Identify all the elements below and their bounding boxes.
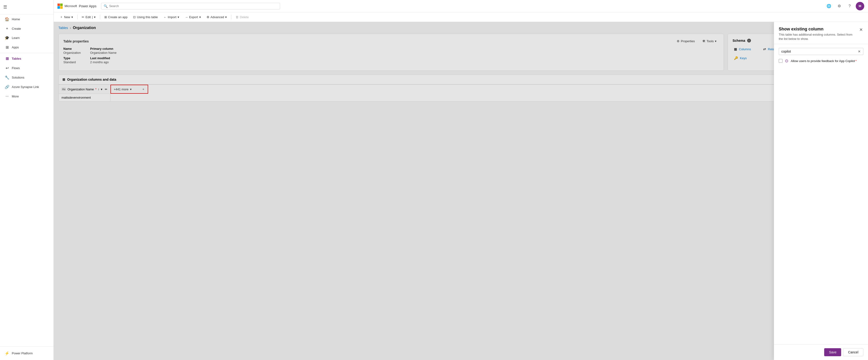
home-icon: 🏠 — [5, 17, 9, 22]
sidebar-item-flows-label: Flows — [12, 66, 20, 70]
panel-subtitle: This table has additional existing colum… — [779, 32, 857, 41]
panel-cancel-button[interactable]: Cancel — [843, 348, 863, 356]
using-this-table-icon: ⊡ — [133, 15, 136, 19]
export-icon: → — [185, 15, 188, 19]
sidebar-item-apps-label: Apps — [12, 46, 19, 49]
panel-checkbox-row: ⊙ Allow users to provide feedback for Ap… — [779, 58, 863, 63]
topbar-avatar[interactable]: M — [856, 2, 864, 10]
sidebar-item-learn[interactable]: 🎓 Learn — [1, 33, 53, 43]
sidebar-item-create-label: Create — [12, 27, 21, 30]
delete-button[interactable]: 🗑 Delete — [233, 14, 251, 20]
sidebar-item-flows[interactable]: ↩ Flows — [1, 63, 53, 73]
panel-close-button[interactable]: ✕ — [859, 27, 863, 33]
import-button[interactable]: ← Import ▾ — [161, 14, 182, 20]
topbar-ms-label: Microsoft — [65, 4, 77, 8]
new-icon: ＋ — [60, 15, 63, 19]
new-button[interactable]: ＋ New ▾ — [58, 14, 75, 20]
allow-feedback-checkbox[interactable] — [779, 59, 782, 63]
menu-icon[interactable]: ☰ — [0, 2, 10, 12]
content-area: Tables › Organization Table properties ⚙… — [54, 22, 868, 360]
import-dropdown-icon: ▾ — [178, 15, 179, 19]
apps-icon: ⊞ — [5, 45, 9, 50]
panel-search-clear-icon[interactable]: ✕ — [858, 50, 861, 53]
using-this-table-button[interactable]: ⊡ Using this table — [131, 14, 160, 20]
create-app-icon: ⊞ — [104, 15, 107, 19]
power-platform-icon: ⚡ — [5, 351, 9, 356]
panel-save-button[interactable]: Save — [824, 348, 841, 356]
panel-overlay[interactable] — [54, 22, 868, 360]
sidebar-item-tables-label: Tables — [12, 57, 21, 60]
required-star: * — [855, 59, 857, 63]
search-icon: 🔍 — [104, 4, 107, 8]
svg-rect-2 — [58, 6, 60, 8]
import-icon: ← — [163, 15, 166, 19]
sidebar-item-power-platform-label: Power Platform — [12, 352, 33, 355]
sidebar-item-home[interactable]: 🏠 Home — [1, 15, 53, 24]
sidebar-item-azure-synapse[interactable]: 🔗 Azure Synapse Link — [1, 82, 53, 91]
panel-search-box[interactable]: ✕ — [779, 48, 863, 55]
main-area: Microsoft Power Apps 🔍 🌐 ⚙ ? M ＋ New ▾ ✏… — [54, 0, 868, 360]
topbar: Microsoft Power Apps 🔍 🌐 ⚙ ? M — [54, 0, 868, 12]
topbar-settings-icon[interactable]: ⚙ — [835, 2, 843, 10]
panel-search-input[interactable] — [781, 50, 857, 53]
edit-icon: ✏ — [82, 15, 84, 19]
azure-synapse-icon: 🔗 — [5, 85, 9, 89]
advanced-dropdown-icon: ▾ — [225, 15, 227, 19]
topbar-help-icon[interactable]: ? — [845, 2, 854, 10]
search-input[interactable] — [109, 4, 277, 8]
sidebar-item-solutions[interactable]: 🔧 Solutions — [1, 73, 53, 82]
toolbar: ＋ New ▾ ✏ Edit | ▾ ⊞ Create an app ⊡ Usi… — [54, 12, 868, 22]
advanced-button[interactable]: ⚙ Advanced ▾ — [204, 14, 229, 20]
edit-dropdown-icon: | — [92, 15, 93, 19]
ms-logo-icon — [58, 3, 63, 9]
export-button[interactable]: → Export ▾ — [183, 14, 203, 20]
export-dropdown-icon: ▾ — [199, 15, 201, 19]
learn-icon: 🎓 — [5, 36, 9, 40]
toggle-icon: ⊙ — [785, 58, 788, 63]
sidebar-item-azure-synapse-label: Azure Synapse Link — [12, 85, 39, 89]
create-app-button[interactable]: ⊞ Create an app — [102, 14, 130, 20]
sidebar-item-apps[interactable]: ⊞ Apps — [1, 43, 53, 52]
toolbar-sep-1 — [77, 15, 78, 19]
search-box[interactable]: 🔍 — [101, 3, 280, 9]
delete-icon: 🗑 — [236, 15, 239, 19]
tables-icon: ⊞ — [5, 56, 9, 61]
sidebar-item-power-platform[interactable]: ⚡ Power Platform — [1, 349, 53, 358]
flows-icon: ↩ — [5, 66, 9, 70]
create-icon: + — [5, 26, 9, 31]
sidebar-item-tables[interactable]: ⊞ Tables — [1, 54, 53, 63]
sidebar-item-more[interactable]: ··· More — [1, 92, 53, 101]
topbar-actions: 🌐 ⚙ ? M — [825, 2, 864, 10]
svg-rect-3 — [60, 6, 63, 8]
edit-button[interactable]: ✏ Edit | ▾ — [80, 14, 98, 20]
sidebar: ☰ 🏠 Home+ Create🎓 Learn⊞ Apps⊞ Tables↩ F… — [0, 0, 54, 360]
toolbar-sep-2 — [100, 15, 100, 19]
panel-footer: Save Cancel — [774, 344, 868, 360]
app-logo: Microsoft Power Apps — [58, 3, 96, 9]
sidebar-item-create[interactable]: + Create — [1, 24, 53, 33]
sidebar-item-more-label: More — [12, 94, 19, 98]
topbar-globe-icon[interactable]: 🌐 — [825, 2, 833, 10]
svg-rect-0 — [58, 3, 60, 6]
panel-body: ✕ ⊙ Allow users to provide feedback for … — [774, 44, 868, 344]
sidebar-item-solutions-label: Solutions — [12, 76, 24, 79]
topbar-app-name: Power Apps — [79, 4, 97, 8]
show-existing-column-panel: Show existing column This table has addi… — [774, 22, 868, 360]
advanced-icon: ⚙ — [207, 15, 209, 19]
svg-rect-1 — [60, 3, 63, 6]
solutions-icon: 🔧 — [5, 75, 9, 80]
sidebar-item-learn-label: Learn — [12, 36, 20, 39]
allow-feedback-label: Allow users to provide feedback for App … — [791, 59, 857, 63]
sidebar-item-home-label: Home — [12, 18, 20, 21]
new-dropdown-icon: ▾ — [71, 15, 73, 19]
more-icon: ··· — [5, 94, 9, 99]
panel-header: Show existing column This table has addi… — [774, 22, 868, 44]
edit-arrow-icon: ▾ — [94, 15, 96, 19]
panel-title: Show existing column — [779, 27, 857, 32]
